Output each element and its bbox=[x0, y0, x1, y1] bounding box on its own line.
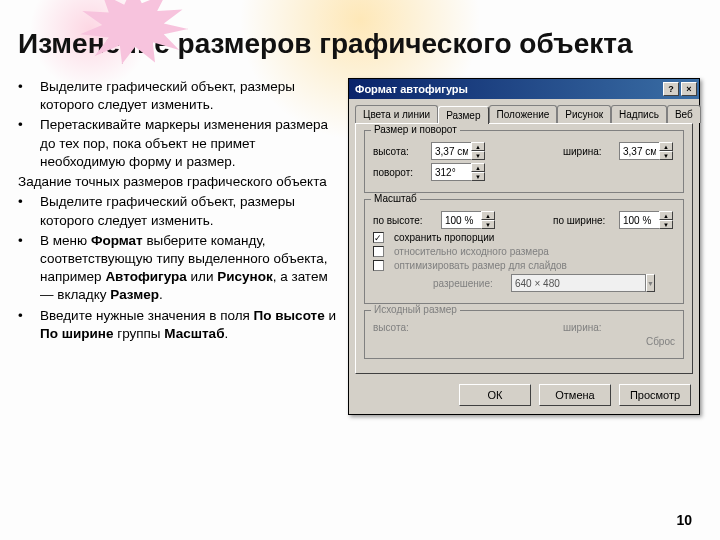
resolution-input bbox=[511, 274, 646, 292]
bullet-2: Перетаскивайте маркеры изменения размера… bbox=[40, 116, 338, 171]
group-scale: Масштаб по высоте: ▲▼ по ширине: ▲▼ bbox=[364, 199, 684, 304]
keep-ratio-label: сохранить пропорции bbox=[394, 232, 494, 243]
tab-colors-lines[interactable]: Цвета и линии bbox=[355, 105, 438, 123]
tab-position[interactable]: Положение bbox=[489, 105, 558, 123]
keep-ratio-checkbox[interactable] bbox=[373, 232, 384, 243]
preview-button[interactable]: Просмотр bbox=[619, 384, 691, 406]
bullet-5: Введите нужные значения в поля По высоте… bbox=[40, 307, 338, 343]
resolution-label: разрешение: bbox=[433, 278, 505, 289]
width-label: ширина: bbox=[563, 146, 613, 157]
scale-height-input[interactable] bbox=[441, 211, 481, 229]
rotation-spinner[interactable]: ▲▼ bbox=[431, 163, 487, 181]
chevron-down-icon: ▼ bbox=[646, 274, 655, 292]
down-arrow-icon[interactable]: ▼ bbox=[471, 151, 485, 160]
tab-textbox[interactable]: Надпись bbox=[611, 105, 667, 123]
format-autoshape-dialog: Формат автофигуры ? × Цвета и линии Разм… bbox=[348, 78, 700, 415]
relative-original-checkbox[interactable] bbox=[373, 246, 384, 257]
orig-height-label: высота: bbox=[373, 322, 425, 333]
subheading: Задание точных размеров графического объ… bbox=[18, 173, 338, 191]
scale-height-spinner[interactable]: ▲▼ bbox=[441, 211, 497, 229]
dialog-title: Формат автофигуры bbox=[355, 83, 468, 95]
close-button[interactable]: × bbox=[681, 82, 697, 96]
ok-button[interactable]: ОК bbox=[459, 384, 531, 406]
height-input[interactable] bbox=[431, 142, 471, 160]
bullet-1: Выделите графический объект, размеры кот… bbox=[40, 78, 338, 114]
resolution-combo: ▼ bbox=[511, 274, 587, 292]
cancel-button[interactable]: Отмена bbox=[539, 384, 611, 406]
page-number: 10 bbox=[676, 512, 692, 528]
height-label: высота: bbox=[373, 146, 425, 157]
scale-height-label: по высоте: bbox=[373, 215, 435, 226]
tab-strip: Цвета и линии Размер Положение Рисунок Н… bbox=[349, 99, 699, 123]
best-slideshow-label: оптимизировать размер для слайдов bbox=[394, 260, 567, 271]
width-input[interactable] bbox=[619, 142, 659, 160]
group-original-size: Исходный размер высота: ширина: Сброс bbox=[364, 310, 684, 359]
rotation-input[interactable] bbox=[431, 163, 471, 181]
help-button[interactable]: ? bbox=[663, 82, 679, 96]
tab-picture[interactable]: Рисунок bbox=[557, 105, 611, 123]
group-size-rotation: Размер и поворот высота: ▲▼ ширина: ▲▼ bbox=[364, 130, 684, 193]
rotation-label: поворот: bbox=[373, 167, 425, 178]
relative-original-label: относительно исходного размера bbox=[394, 246, 549, 257]
scale-width-spinner[interactable]: ▲▼ bbox=[619, 211, 675, 229]
scale-width-label: по ширине: bbox=[553, 215, 613, 226]
scale-width-input[interactable] bbox=[619, 211, 659, 229]
up-arrow-icon[interactable]: ▲ bbox=[471, 142, 485, 151]
width-spinner[interactable]: ▲▼ bbox=[619, 142, 675, 160]
instruction-text: •Выделите графический объект, размеры ко… bbox=[18, 78, 338, 415]
dialog-titlebar[interactable]: Формат автофигуры ? × bbox=[349, 79, 699, 99]
height-spinner[interactable]: ▲▼ bbox=[431, 142, 487, 160]
reset-button[interactable]: Сброс bbox=[646, 336, 675, 347]
tab-web[interactable]: Веб bbox=[667, 105, 701, 123]
best-slideshow-checkbox[interactable] bbox=[373, 260, 384, 271]
tab-size[interactable]: Размер bbox=[438, 106, 488, 124]
bullet-3: Выделите графический объект, размеры кот… bbox=[40, 193, 338, 229]
orig-width-label: ширина: bbox=[563, 322, 613, 333]
bullet-4: В меню Формат выберите команду, соответс… bbox=[40, 232, 338, 305]
